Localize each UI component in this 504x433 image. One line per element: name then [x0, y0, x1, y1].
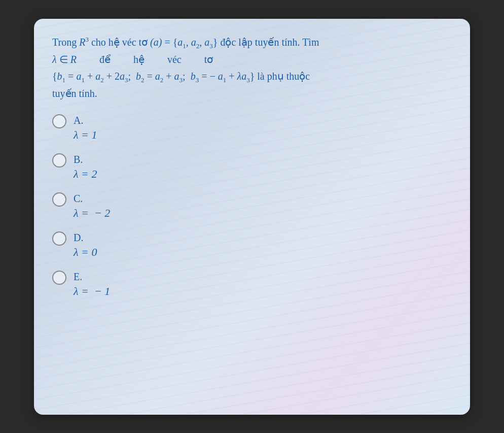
option-D[interactable]: D. λ = 0	[52, 230, 452, 260]
radio-A[interactable]	[52, 114, 66, 128]
option-E-value: λ = − 1	[74, 284, 110, 299]
option-C-content: C. λ = − 2	[74, 191, 110, 221]
radio-B[interactable]	[52, 153, 66, 168]
option-B-content: B. λ = 2	[74, 152, 97, 182]
option-C-label: C.	[74, 191, 110, 206]
option-B-value: λ = 2	[74, 166, 97, 182]
option-E-label: E.	[74, 270, 110, 284]
options-list: A. λ = 1 B. λ = 2 C. λ = − 2 D. λ = 0	[52, 113, 452, 299]
option-A-content: A. λ = 1	[74, 113, 97, 143]
question-card: Trong R3 cho hệ véc tơ (a) = {a1, a2, a3…	[34, 19, 470, 415]
option-E-content: E. λ = − 1	[74, 270, 110, 299]
option-D-value: λ = 0	[74, 245, 97, 260]
radio-E[interactable]	[52, 271, 66, 285]
radio-D[interactable]	[52, 231, 66, 246]
option-A-label: A.	[74, 113, 97, 127]
option-D-label: D.	[74, 230, 97, 245]
option-D-content: D. λ = 0	[74, 230, 97, 260]
option-B-label: B.	[74, 152, 97, 166]
option-C[interactable]: C. λ = − 2	[52, 191, 452, 221]
option-E[interactable]: E. λ = − 1	[52, 270, 452, 299]
option-B[interactable]: B. λ = 2	[52, 152, 452, 182]
option-C-value: λ = − 2	[74, 206, 110, 221]
option-A[interactable]: A. λ = 1	[52, 113, 452, 143]
radio-C[interactable]	[52, 192, 66, 207]
question-text: Trong R3 cho hệ véc tơ (a) = {a1, a2, a3…	[52, 34, 452, 103]
option-A-value: λ = 1	[74, 127, 97, 143]
